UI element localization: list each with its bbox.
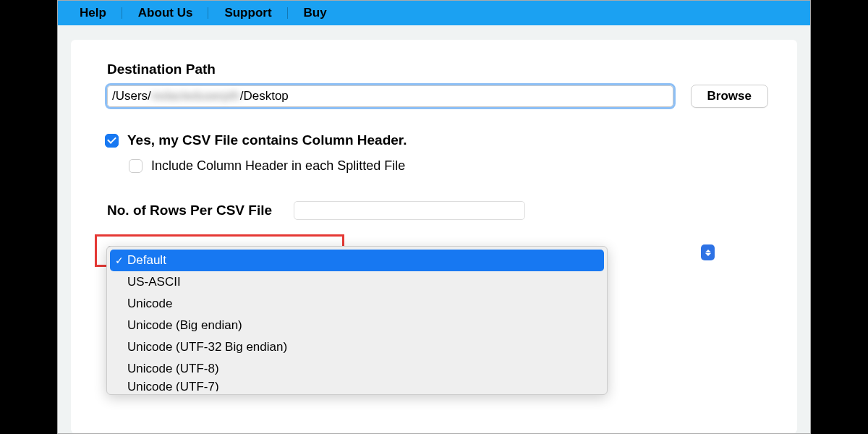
nav-help[interactable]: Help bbox=[64, 6, 122, 20]
destination-row: /Users/redacteduserpth/Desktop Browse bbox=[107, 85, 768, 108]
rows-per-file-label: No. of Rows Per CSV File bbox=[107, 203, 272, 218]
encoding-option-default[interactable]: Default bbox=[110, 250, 604, 271]
destination-path-label: Destination Path bbox=[107, 61, 768, 77]
nav-support[interactable]: Support bbox=[208, 6, 287, 20]
encoding-option-us-ascii[interactable]: US-ASCII bbox=[110, 271, 604, 293]
app-window: Help About Us Support Buy Destination Pa… bbox=[57, 0, 811, 434]
path-suffix: /Desktop bbox=[240, 89, 289, 103]
path-prefix: /Users/ bbox=[112, 89, 151, 103]
nav-bar: Help About Us Support Buy bbox=[58, 1, 810, 25]
browse-button[interactable]: Browse bbox=[691, 85, 768, 108]
column-header-checkbox[interactable] bbox=[105, 134, 119, 148]
nav-about[interactable]: About Us bbox=[122, 6, 209, 20]
column-header-label: Yes, my CSV File contains Column Header. bbox=[127, 132, 407, 148]
content-area: Destination Path /Users/redacteduserpth/… bbox=[58, 25, 810, 433]
encoding-option-utf8[interactable]: Unicode (UTF-8) bbox=[110, 358, 604, 380]
destination-path-input[interactable]: /Users/redacteduserpth/Desktop bbox=[107, 85, 673, 107]
include-header-label: Include Column Header in each Splitted F… bbox=[151, 158, 405, 174]
rows-per-file-input[interactable] bbox=[294, 201, 525, 220]
settings-panel: Destination Path /Users/redacteduserpth/… bbox=[71, 40, 797, 433]
rows-per-file-row: No. of Rows Per CSV File bbox=[107, 201, 768, 220]
encoding-option-unicode[interactable]: Unicode bbox=[110, 293, 604, 315]
column-header-row[interactable]: Yes, my CSV File contains Column Header. bbox=[105, 132, 768, 148]
nav-buy[interactable]: Buy bbox=[288, 6, 343, 20]
chevron-updown-icon[interactable] bbox=[701, 244, 715, 260]
encoding-dropdown-menu: Default US-ASCII Unicode Unicode (Big en… bbox=[106, 246, 608, 395]
include-header-checkbox[interactable] bbox=[129, 159, 142, 173]
include-header-row[interactable]: Include Column Header in each Splitted F… bbox=[129, 158, 768, 174]
encoding-option-unicode-big-endian[interactable]: Unicode (Big endian) bbox=[110, 315, 604, 336]
path-redacted: redacteduserpth bbox=[151, 89, 240, 103]
encoding-option-utf7[interactable]: Unicode (UTF-7) bbox=[110, 380, 604, 391]
encoding-option-utf32-big-endian[interactable]: Unicode (UTF-32 Big endian) bbox=[110, 336, 604, 358]
